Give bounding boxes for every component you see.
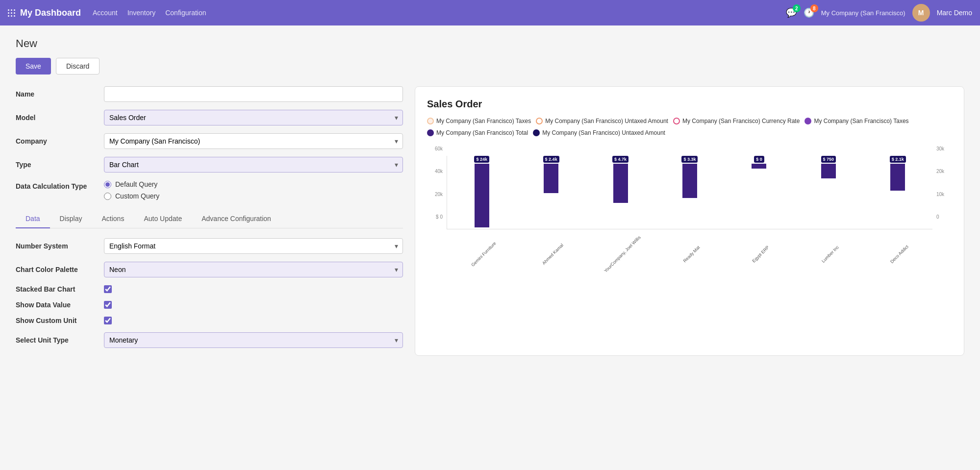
bar-xlabel-1: Ahmed Kamal bbox=[541, 243, 564, 266]
name-row: Name bbox=[16, 86, 403, 102]
radio-default-label: Default Query bbox=[115, 180, 157, 188]
bar-group-4: $ 0 Egypt ERP bbox=[725, 156, 794, 229]
company-select[interactable]: My Company (San Francisco) bbox=[104, 133, 403, 149]
unit-type-control: Monetary bbox=[104, 332, 403, 348]
y-axis-right: 30k 20k 10k 0 bbox=[934, 146, 952, 220]
bar-xlabel-0: Gemini Furniture bbox=[470, 241, 497, 267]
name-label: Name bbox=[16, 90, 104, 98]
bar-xlabel-5: Lumber Inc bbox=[821, 245, 840, 264]
unit-type-label: Select Unit Type bbox=[16, 336, 104, 344]
stacked-bar-checkbox[interactable] bbox=[104, 285, 112, 293]
radio-custom[interactable]: Custom Query bbox=[104, 192, 403, 200]
legend-item-4: My Company (San Francisco) Total bbox=[427, 129, 528, 136]
model-label: Model bbox=[16, 114, 104, 122]
type-row: Type Bar Chart bbox=[16, 157, 403, 173]
tab-data[interactable]: Data bbox=[16, 210, 50, 228]
chart-area: 60k 40k 20k $ 0 30k 20k 10k 0 bbox=[427, 146, 952, 259]
show-data-control bbox=[104, 301, 403, 309]
bar-group-0: $ 24k Gemini Furniture bbox=[447, 156, 516, 229]
bar-3 bbox=[682, 164, 697, 198]
show-custom-control bbox=[104, 317, 403, 324]
name-control bbox=[104, 86, 403, 102]
tab-display[interactable]: Display bbox=[50, 210, 92, 228]
chart-color-row: Chart Color Palette Neon bbox=[16, 262, 403, 277]
user-name: Marc Demo bbox=[937, 9, 972, 17]
bar-group-6: $ 2.1k Deco Addict bbox=[863, 156, 932, 229]
y-axis-left: 60k 40k 20k $ 0 bbox=[427, 146, 445, 220]
legend-dot-5 bbox=[533, 129, 540, 136]
company-control: My Company (San Francisco) bbox=[104, 133, 403, 149]
bar-group-2: $ 4.7k YourCompany, Joel Willis bbox=[586, 156, 655, 229]
type-control: Bar Chart bbox=[104, 157, 403, 173]
bar-label-4: $ 0 bbox=[754, 156, 764, 163]
tab-advance[interactable]: Advance Configuration bbox=[192, 210, 281, 228]
bar-6 bbox=[890, 164, 905, 191]
grid-icon bbox=[8, 9, 15, 17]
stacked-bar-row: Stacked Bar Chart bbox=[16, 285, 403, 293]
unit-type-select[interactable]: Monetary bbox=[104, 332, 403, 348]
radio-default[interactable]: Default Query bbox=[104, 180, 403, 188]
menu-account[interactable]: Account bbox=[93, 9, 118, 17]
legend-label-5: My Company (San Francisco) Untaxed Amoun… bbox=[542, 129, 665, 136]
discard-button[interactable]: Discard bbox=[56, 58, 100, 74]
legend-item-2: My Company (San Francisco) Currency Rate bbox=[673, 118, 800, 124]
tab-bar: Data Display Actions Auto Update Advance… bbox=[16, 210, 403, 228]
toolbar: Save Discard bbox=[16, 58, 964, 74]
radio-custom-label: Custom Query bbox=[115, 192, 159, 200]
legend-item-1: My Company (San Francisco) Untaxed Amoun… bbox=[536, 118, 668, 124]
legend-dot-4 bbox=[427, 129, 434, 136]
show-data-checkbox[interactable] bbox=[104, 301, 112, 309]
number-system-select[interactable]: English Format bbox=[104, 238, 403, 254]
brand[interactable]: My Dashboard bbox=[8, 8, 81, 18]
menu-configuration[interactable]: Configuration bbox=[165, 9, 206, 17]
avatar: M bbox=[912, 4, 930, 22]
data-calc-row: Data Calculation Type Default Query Cust… bbox=[16, 180, 403, 200]
company-row: Company My Company (San Francisco) bbox=[16, 133, 403, 149]
type-label: Type bbox=[16, 161, 104, 169]
messages-button[interactable]: 💬 2 bbox=[786, 7, 797, 18]
bar-label-1: $ 2.4k bbox=[543, 156, 559, 163]
chart-color-control: Neon bbox=[104, 262, 403, 277]
data-calc-control: Default Query Custom Query bbox=[104, 180, 403, 200]
bar-5 bbox=[821, 164, 836, 178]
tasks-button[interactable]: 🕐 8 bbox=[804, 7, 814, 18]
bar-label-2: $ 4.7k bbox=[612, 156, 628, 163]
number-system-row: Number System English Format bbox=[16, 238, 403, 254]
bar-xlabel-3: Ready Mat bbox=[682, 245, 701, 264]
tab-content: Number System English Format Chart Color… bbox=[16, 238, 403, 348]
number-system-label: Number System bbox=[16, 242, 104, 250]
show-data-row: Show Data Value bbox=[16, 301, 403, 309]
bar-0 bbox=[475, 164, 489, 227]
stacked-bar-label: Stacked Bar Chart bbox=[16, 285, 104, 293]
bar-label-5: $ 750 bbox=[821, 156, 836, 163]
bar-xlabel-6: Deco Addict bbox=[889, 244, 909, 264]
chart-color-label: Chart Color Palette bbox=[16, 266, 104, 273]
legend-label-3: My Company (San Francisco) Taxes bbox=[814, 118, 908, 124]
show-custom-checkbox-item bbox=[104, 317, 403, 324]
tab-autoupdate[interactable]: Auto Update bbox=[134, 210, 192, 228]
model-row: Model Sales Order bbox=[16, 110, 403, 125]
chart-color-select[interactable]: Neon bbox=[104, 262, 403, 277]
form-panel: Name Model Sales Order Company bbox=[16, 86, 403, 356]
show-custom-label: Show Custom Unit bbox=[16, 317, 104, 324]
type-select[interactable]: Bar Chart bbox=[104, 157, 403, 173]
legend-dot-1 bbox=[536, 118, 543, 124]
tab-actions[interactable]: Actions bbox=[92, 210, 134, 228]
brand-title: My Dashboard bbox=[20, 8, 81, 18]
legend-label-4: My Company (San Francisco) Total bbox=[436, 129, 528, 136]
save-button[interactable]: Save bbox=[16, 58, 51, 74]
bar-xlabel-4: Egypt ERP bbox=[752, 245, 770, 263]
model-select[interactable]: Sales Order bbox=[104, 110, 403, 125]
menu-inventory[interactable]: Inventory bbox=[127, 9, 156, 17]
top-menu: Account Inventory Configuration bbox=[93, 9, 206, 17]
show-custom-checkbox[interactable] bbox=[104, 317, 112, 324]
show-data-label: Show Data Value bbox=[16, 301, 104, 309]
bar-label-0: $ 24k bbox=[474, 156, 489, 163]
bar-group-1: $ 2.4k Ahmed Kamal bbox=[516, 156, 585, 229]
bar-1 bbox=[544, 164, 558, 193]
legend-item-3: My Company (San Francisco) Taxes bbox=[804, 118, 908, 124]
radio-group: Default Query Custom Query bbox=[104, 180, 403, 200]
name-input[interactable] bbox=[104, 86, 403, 102]
top-right: 💬 2 🕐 8 My Company (San Francisco) M Mar… bbox=[786, 4, 972, 22]
chart-title: Sales Order bbox=[427, 99, 952, 110]
